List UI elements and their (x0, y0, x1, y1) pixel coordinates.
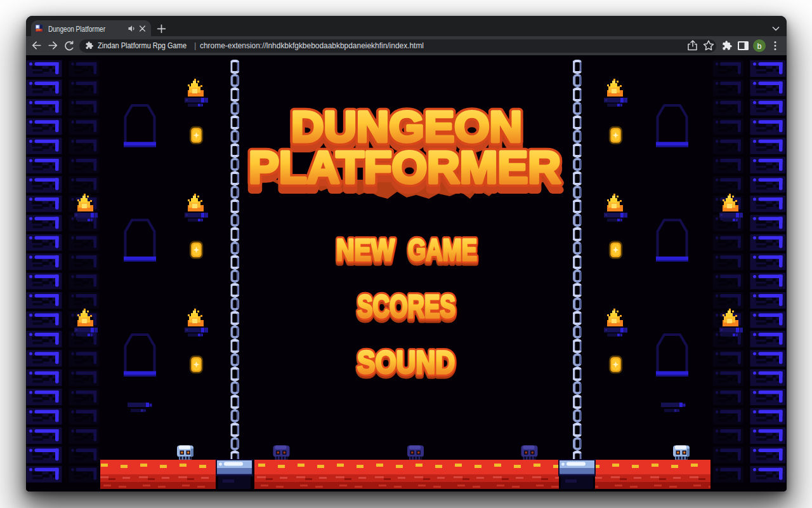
svg-text:|: | (194, 41, 196, 50)
svg-text:SOUND: SOUND (357, 345, 455, 380)
svg-text:Dungeon Platformer: Dungeon Platformer (48, 25, 105, 34)
svg-text:SCORES: SCORES (357, 289, 455, 324)
svg-text:Zindan Platformu Rpg Game: Zindan Platformu Rpg Game (98, 41, 187, 50)
svg-text:PLATFORMER: PLATFORMER (249, 142, 561, 192)
svg-text:b: b (757, 42, 762, 51)
svg-text:NEW: NEW (336, 232, 395, 267)
svg-text:GAME: GAME (408, 232, 477, 267)
svg-text:chrome-extension://lnhdkbkfgkb: chrome-extension://lnhdkbkfgkbebodaabkbp… (200, 41, 424, 50)
